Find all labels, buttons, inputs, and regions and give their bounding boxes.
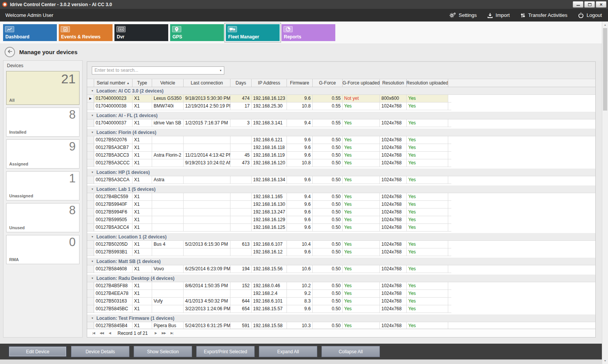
cell-firmware[interactable]: 9.6	[287, 144, 313, 152]
cell-resolution[interactable]: 1024x768	[380, 159, 407, 167]
cell-resolution-uploaded[interactable]: Yes	[407, 282, 448, 290]
cell-serial[interactable]: 017040000037	[94, 119, 133, 127]
cell-resolution-uploaded[interactable]: Yes	[407, 159, 448, 167]
close-button[interactable]: ×	[596, 1, 606, 8]
cell-resolution-uploaded[interactable]: Yes	[407, 119, 448, 127]
cell-last-connection[interactable]: 6/25/2014 6:23:09 PM	[184, 265, 230, 273]
table-row[interactable]: 00127B5994F6X1192.168.13.2479.60.50Yes10…	[87, 208, 595, 216]
cell-days[interactable]	[230, 216, 252, 224]
table-row[interactable]: 00127B5A3CCCX19/19/2013 10:24:02 AM47319…	[87, 159, 595, 167]
table-row[interactable]: 00127B5A3CCAX1Astra192.168.16.1349.60.50…	[87, 176, 595, 184]
search-input[interactable]	[92, 67, 217, 74]
collapse-group-icon[interactable]: ▼	[91, 131, 94, 134]
cell-ip[interactable]: 192.168.25.30	[252, 103, 287, 110]
device-filter-assigned[interactable]: 9 Assigned	[6, 139, 80, 169]
cell-last-connection[interactable]: 9/19/2013 10:24:02 AM	[184, 159, 230, 167]
cell-serial[interactable]: 00127B5A3CCC	[94, 159, 133, 167]
cell-resolution[interactable]: 1024x768	[380, 224, 407, 232]
group-row[interactable]: ▼Location: AI - FL (1 devices)	[87, 112, 595, 119]
cell-serial[interactable]: 00127B50205D	[94, 241, 133, 248]
cell-last-connection[interactable]	[184, 248, 230, 256]
cell-last-connection[interactable]: 3/22/2013 1:24:06 PM	[184, 305, 230, 313]
cell-last-connection[interactable]: 11/21/2014 4:13:42 PM	[184, 152, 230, 159]
column-header-resolution-uploaded[interactable]: Resolution uploaded	[407, 79, 448, 87]
cell-last-connection[interactable]: 5/24/2013 6:31:25 PM	[184, 322, 230, 329]
cell-last-connection[interactable]	[184, 201, 230, 208]
cell-vehicle[interactable]	[152, 216, 184, 224]
table-row[interactable]: 00127B502076X1192.168.6.1219.60.50Yes102…	[87, 136, 595, 144]
cell-days[interactable]	[230, 193, 252, 201]
table-row[interactable]: 00127B503163X1Vufy4/1/2013 4:50:32 PM644…	[87, 298, 595, 305]
cell-last-connection[interactable]: 5/2/2013 6:15:30 PM	[184, 241, 230, 248]
cell-g-force[interactable]: 0.50	[313, 305, 343, 313]
cell-firmware[interactable]: 9.6	[287, 224, 313, 232]
cell-type[interactable]: X1	[133, 208, 152, 216]
table-row[interactable]: ▶017040000023X1Lexus GS3509/18/2013 5:30…	[87, 95, 595, 103]
cell-resolution-uploaded[interactable]: Yes	[407, 216, 448, 224]
cell-ip[interactable]: 192.168.16.125	[252, 224, 287, 232]
cell-vehicle[interactable]	[152, 224, 184, 232]
chevron-down-icon[interactable]: ▼	[217, 67, 224, 74]
cell-g-force-uploaded[interactable]: Yes	[343, 136, 380, 144]
cell-resolution[interactable]: 1024x768	[380, 136, 407, 144]
cell-resolution[interactable]: 800x600	[380, 95, 407, 103]
cell-vehicle[interactable]: Vufy	[152, 298, 184, 305]
cell-vehicle[interactable]: Lexus GS350	[152, 95, 184, 103]
cell-g-force-uploaded[interactable]: Yes	[343, 282, 380, 290]
cell-resolution[interactable]: 1024x768	[380, 305, 407, 313]
cell-g-force[interactable]: 0.50	[313, 298, 343, 305]
table-row[interactable]: 00127B50205DX1Bus 45/2/2013 6:15:30 PM61…	[87, 241, 595, 248]
cell-serial[interactable]: 017040000038	[94, 103, 133, 110]
cell-type[interactable]: X1	[133, 224, 152, 232]
cell-resolution-uploaded[interactable]: Yes	[407, 265, 448, 273]
column-header-resolution[interactable]: Resolution	[380, 79, 407, 87]
cell-type[interactable]: X1	[133, 241, 152, 248]
cell-type[interactable]: X1	[133, 119, 152, 127]
cell-resolution-uploaded[interactable]: Yes	[407, 193, 448, 201]
cell-ip[interactable]: 192.168.16.134	[252, 176, 287, 184]
cell-g-force-uploaded[interactable]: Yes	[343, 305, 380, 313]
cell-firmware[interactable]: 10.6	[287, 265, 313, 273]
table-row[interactable]: 00127B5845BCX13/22/2013 1:24:06 PM654192…	[87, 305, 595, 313]
cell-ip[interactable]: 192.168.1.165	[252, 193, 287, 201]
cell-resolution[interactable]: 1024x768	[380, 144, 407, 152]
cell-serial[interactable]: 00127B59940F	[94, 201, 133, 208]
cell-resolution[interactable]: 1024x768	[380, 265, 407, 273]
transfer-activities-button[interactable]: Transfer Activities	[520, 12, 567, 18]
cell-type[interactable]: X1	[133, 136, 152, 144]
pager-prev-page-icon[interactable]: ◀◀	[98, 331, 105, 335]
collapse-group-icon[interactable]: ▼	[91, 89, 94, 92]
cell-g-force[interactable]: 0.50	[313, 224, 343, 232]
cell-ip[interactable]: 192.168.16.129	[252, 216, 287, 224]
group-row[interactable]: ▼Location: Florin (4 devices)	[87, 129, 595, 136]
column-header-gforce-uploaded[interactable]: G-Force uploaded	[343, 79, 380, 87]
cell-last-connection[interactable]	[184, 216, 230, 224]
expand-all-button[interactable]: Expand All	[259, 346, 317, 357]
cell-firmware[interactable]: 9.6	[287, 152, 313, 159]
cell-g-force[interactable]: 0.50	[313, 152, 343, 159]
tab-dvr[interactable]: Dvr	[114, 24, 168, 41]
cell-serial[interactable]: 00127B4B5F88	[94, 282, 133, 290]
pager-next-icon[interactable]: ▶	[152, 331, 159, 335]
cell-resolution[interactable]: 1024x768	[380, 119, 407, 127]
cell-last-connection[interactable]	[184, 290, 230, 298]
tab-gps[interactable]: GPS	[170, 24, 224, 41]
cell-ip[interactable]: 192.168.16.123	[252, 95, 287, 103]
group-row[interactable]: ▼Location: Radu Desktop (4 devices)	[87, 275, 595, 282]
collapse-group-icon[interactable]: ▼	[91, 114, 94, 117]
table-row[interactable]: 00127B5845B4X1Pipera Bus5/24/2013 6:31:2…	[87, 322, 595, 329]
cell-g-force[interactable]: 0.50	[313, 216, 343, 224]
cell-type[interactable]: X1	[133, 159, 152, 167]
cell-ip[interactable]: 192.168.15.56	[252, 265, 287, 273]
export-print-selected-button[interactable]: Export/Print Selected	[196, 346, 255, 357]
cell-g-force-uploaded[interactable]: Yes	[343, 144, 380, 152]
cell-days[interactable]: 3	[230, 119, 252, 127]
collapse-group-icon[interactable]: ▼	[91, 277, 94, 280]
cell-type[interactable]: X1	[133, 152, 152, 159]
cell-firmware[interactable]: 9.6	[287, 248, 313, 256]
cell-vehicle[interactable]	[152, 136, 184, 144]
cell-resolution[interactable]: 1024x768	[380, 322, 407, 329]
cell-days[interactable]: 17	[230, 103, 252, 110]
back-button[interactable]	[5, 47, 15, 57]
cell-resolution-uploaded[interactable]: Yes	[407, 201, 448, 208]
